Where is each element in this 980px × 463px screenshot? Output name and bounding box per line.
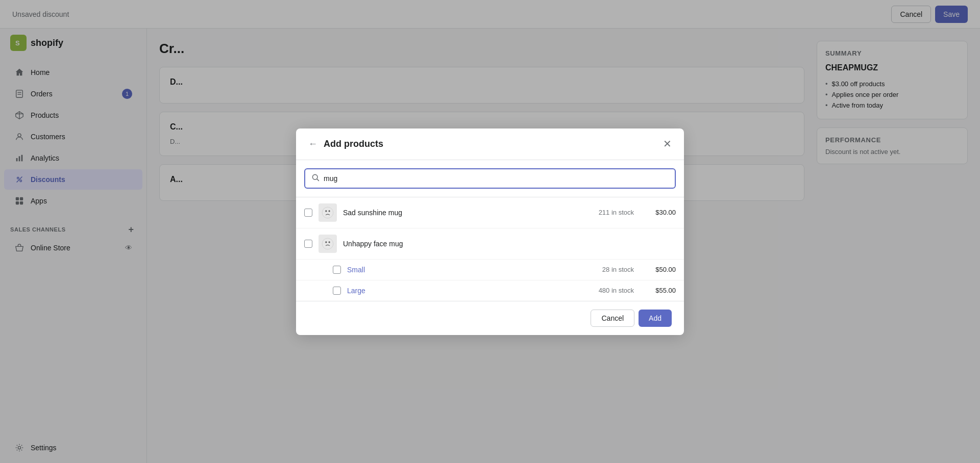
product-row-unhappy-face-mug: Unhappy face mug: [296, 228, 684, 260]
variant-stock-small: 28 in stock: [583, 266, 634, 273]
modal-add-button[interactable]: Add: [639, 310, 672, 327]
variant-price-large: $55.00: [640, 287, 676, 294]
svg-point-24: [329, 210, 330, 212]
search-icon: [311, 173, 320, 184]
variant-name-small: Small: [347, 266, 577, 274]
product-name-unhappy-face-mug: Unhappy face mug: [343, 240, 577, 248]
svg-point-25: [322, 238, 333, 249]
product-stock-sad-sunshine-mug: 211 in stock: [583, 209, 634, 216]
product-checkbox-unhappy-face-mug[interactable]: [304, 240, 312, 248]
modal-overlay: ← Add products ✕: [0, 0, 980, 463]
modal-cancel-button[interactable]: Cancel: [591, 310, 634, 327]
variant-row-small: Small 28 in stock $50.00: [296, 260, 684, 280]
variant-stock-large: 480 in stock: [583, 287, 634, 294]
add-products-modal: ← Add products ✕: [296, 128, 684, 335]
modal-header-left: ← Add products: [308, 139, 383, 149]
svg-point-27: [329, 241, 330, 243]
modal-back-button[interactable]: ←: [308, 139, 317, 149]
svg-point-26: [325, 241, 327, 243]
modal-header: ← Add products ✕: [296, 128, 684, 160]
product-row-sad-sunshine-mug: Sad sunshine mug 211 in stock $30.00: [296, 197, 684, 228]
search-input[interactable]: [324, 174, 669, 183]
svg-line-21: [317, 178, 319, 181]
variant-checkbox-small[interactable]: [333, 266, 341, 274]
svg-point-22: [322, 207, 333, 218]
search-box: [304, 168, 676, 189]
product-checkbox-sad-sunshine-mug[interactable]: [304, 209, 312, 217]
modal-close-button[interactable]: ✕: [663, 139, 672, 149]
product-thumb-unhappy-face-mug: [318, 235, 337, 253]
product-price-sad-sunshine-mug: $30.00: [640, 209, 676, 216]
variant-price-small: $50.00: [640, 266, 676, 273]
modal-body: Sad sunshine mug 211 in stock $30.00 Unh…: [296, 197, 684, 301]
modal-search-area: [296, 160, 684, 197]
variant-checkbox-large[interactable]: [333, 287, 341, 295]
svg-point-23: [325, 210, 327, 212]
variant-row-large: Large 480 in stock $55.00: [296, 280, 684, 301]
variant-name-large: Large: [347, 287, 577, 295]
modal-title: Add products: [324, 139, 383, 149]
modal-footer: Cancel Add: [296, 301, 684, 335]
product-thumb-sad-sunshine-mug: [318, 203, 337, 222]
product-name-sad-sunshine-mug: Sad sunshine mug: [343, 209, 577, 217]
